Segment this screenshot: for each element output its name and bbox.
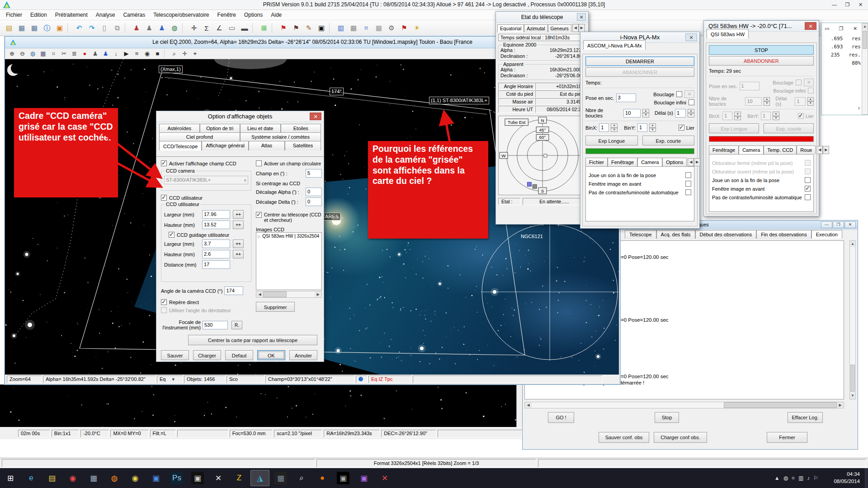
options-dialog-titlebar[interactable]: Option d'affichage objets ✕ bbox=[156, 111, 324, 122]
log-horizontal-scrollbar[interactable]: ◀▶ bbox=[524, 402, 844, 408]
delay-input[interactable]: 1 bbox=[675, 109, 686, 117]
telescope-tab[interactable]: Equatorial bbox=[497, 24, 524, 32]
menu-item[interactable]: Aide bbox=[267, 10, 286, 19]
camera-dialog-tab[interactable]: Options bbox=[662, 158, 687, 166]
delay-stepper[interactable]: ▲▼ bbox=[688, 109, 694, 117]
explorer-icon[interactable]: ▤ bbox=[42, 470, 61, 486]
value-input[interactable]: 3.7 bbox=[202, 239, 230, 248]
page-icon[interactable]: ▯ bbox=[99, 22, 110, 34]
dialog-button[interactable]: OK bbox=[257, 350, 285, 360]
sphere-orange-icon[interactable]: ● bbox=[313, 470, 332, 486]
delete-image-button[interactable]: Supprimer bbox=[256, 302, 295, 312]
camera-dialog-tab[interactable]: Fenêtrage bbox=[709, 145, 739, 154]
zip-icon[interactable]: Z bbox=[230, 470, 249, 486]
menu-item[interactable]: Prétraitement bbox=[51, 10, 92, 19]
tray-grid-icon[interactable]: ⌗ bbox=[792, 475, 795, 481]
window-button[interactable]: ▭ bbox=[821, 24, 834, 33]
direct-frame-checkbox[interactable] bbox=[161, 299, 167, 305]
images-scrollbar[interactable]: ◀▶ bbox=[256, 291, 322, 298]
firefox-icon[interactable]: ◍ bbox=[105, 470, 124, 486]
window-button[interactable]: ❐ bbox=[835, 24, 848, 33]
camera-dialog-tab[interactable]: Camera bbox=[637, 158, 662, 166]
ccd-camera-select[interactable]: ST-8300/ATIK383L+ ▾ bbox=[164, 176, 248, 184]
checkbox[interactable] bbox=[685, 172, 691, 178]
chart-icon[interactable]: ▥ bbox=[335, 22, 347, 34]
focal-r-button[interactable]: R. bbox=[231, 321, 242, 329]
selection-icon[interactable]: ▭ bbox=[226, 22, 238, 34]
toolbar-icon[interactable] bbox=[329, 23, 333, 33]
value-input[interactable]: 13.52 bbox=[202, 221, 230, 229]
bulb-icon[interactable]: ☀ bbox=[411, 22, 423, 34]
add-green-icon[interactable]: ⊞ bbox=[258, 22, 270, 34]
checkbox[interactable] bbox=[685, 181, 691, 187]
menu-item[interactable]: Caméras bbox=[119, 10, 149, 19]
user-red-icon[interactable]: ♟ bbox=[131, 22, 142, 34]
toolbar-icon[interactable] bbox=[252, 23, 256, 33]
close-button[interactable]: Fermer bbox=[767, 432, 807, 443]
options-tab[interactable]: Option de tri bbox=[200, 124, 241, 132]
field-size-input[interactable]: 5 bbox=[306, 169, 322, 178]
loop-count-stepper[interactable]: ▲▼ bbox=[642, 109, 649, 117]
red-dot-icon[interactable]: ● bbox=[80, 49, 90, 58]
app-purple-icon[interactable]: ▣ bbox=[354, 470, 373, 486]
log-tab[interactable]: Telescope bbox=[625, 230, 656, 239]
show-desktop-button[interactable] bbox=[865, 468, 868, 488]
edit-icon[interactable]: ✎ bbox=[303, 22, 315, 34]
center-telescope-checkbox[interactable] bbox=[256, 212, 262, 218]
toolbar-icon[interactable] bbox=[125, 23, 129, 33]
options-tab[interactable]: Etoiles bbox=[281, 124, 321, 132]
grid-icon[interactable]: ▦ bbox=[38, 49, 48, 58]
flag2-icon[interactable]: ⚑ bbox=[398, 22, 410, 34]
hash-icon[interactable]: ⌗ bbox=[49, 49, 58, 58]
menu-item[interactable]: Edition bbox=[26, 10, 51, 19]
zoom-in-icon[interactable]: ⊕ bbox=[7, 49, 17, 58]
taskbar-clock[interactable]: 04:3408/05/2014 bbox=[834, 470, 860, 485]
tray-volume-icon[interactable]: ♪ bbox=[807, 475, 810, 481]
toolbar-icon[interactable] bbox=[272, 23, 276, 33]
expander-icon[interactable] bbox=[258, 234, 262, 239]
prism-icon[interactable]: ◮ bbox=[250, 470, 269, 486]
infinite-loop-checkbox[interactable] bbox=[689, 99, 694, 105]
camera-dialog-tab[interactable]: Fenêtrage bbox=[608, 158, 637, 166]
close-icon[interactable]: ✕ bbox=[805, 22, 816, 30]
close-icon[interactable]: ✕ bbox=[844, 221, 856, 228]
capture-icon[interactable]: ▣ bbox=[188, 470, 207, 486]
binx-stepper[interactable]: ▲▼ bbox=[611, 123, 618, 132]
tv-icon[interactable]: ▣ bbox=[316, 22, 327, 34]
options-tab[interactable]: CCD/Telescope bbox=[159, 141, 202, 150]
menu-item[interactable]: Analyse bbox=[92, 10, 119, 19]
loop-checkbox[interactable] bbox=[676, 91, 682, 97]
user-gray-icon[interactable]: ♟ bbox=[143, 22, 155, 34]
camera-dialog-tab[interactable]: Camera bbox=[739, 145, 764, 154]
ie-icon[interactable]: e bbox=[22, 470, 41, 486]
maximize-icon[interactable]: ❐ bbox=[833, 221, 844, 228]
long-exposure-button[interactable]: Exp Longue bbox=[585, 136, 638, 145]
exposure-input[interactable]: 3 bbox=[616, 94, 636, 102]
link-bin-checkbox[interactable] bbox=[679, 125, 684, 131]
tab-scroll-buttons[interactable]: ◀▶ bbox=[688, 158, 700, 166]
value-input[interactable]: 2.6 bbox=[202, 250, 230, 258]
tool-x-icon[interactable]: ✕ bbox=[209, 470, 228, 486]
screen-icon[interactable]: ▬ bbox=[239, 22, 250, 34]
options-tab[interactable]: Affichage général bbox=[202, 141, 248, 150]
close-icon[interactable]: ✕ bbox=[577, 13, 586, 21]
dialog-button[interactable]: Charger bbox=[193, 350, 221, 360]
tray-display-icon[interactable]: ▥ bbox=[798, 475, 803, 481]
menu-item[interactable]: Telescope/observatoire bbox=[149, 10, 213, 19]
options-tab[interactable]: Satellites bbox=[285, 141, 321, 150]
enable-ccd-field-checkbox[interactable] bbox=[161, 160, 167, 166]
options-tab[interactable]: Atlas bbox=[249, 141, 285, 150]
close-icon[interactable]: ✕ bbox=[310, 113, 321, 120]
log-tab[interactable]: Fin des observations bbox=[756, 230, 811, 239]
camera-dialog-tab[interactable]: Fichier bbox=[585, 158, 608, 166]
circular-field-checkbox[interactable] bbox=[256, 160, 262, 166]
grid-icon[interactable]: ▦ bbox=[373, 22, 385, 34]
tray-up-icon[interactable]: ▲ bbox=[774, 475, 780, 481]
increment-button[interactable]: ++ bbox=[233, 221, 244, 229]
tab-scroll-buttons[interactable]: ◀▶ bbox=[572, 24, 585, 32]
abort-button[interactable]: ABANDONNER bbox=[709, 56, 814, 66]
options-tab[interactable]: Ciel profond bbox=[159, 132, 240, 141]
play-icon[interactable]: ▶ bbox=[122, 49, 131, 58]
stop-exposure-button[interactable]: STOP bbox=[709, 45, 814, 55]
search-icon[interactable]: ⌕ bbox=[170, 49, 179, 58]
